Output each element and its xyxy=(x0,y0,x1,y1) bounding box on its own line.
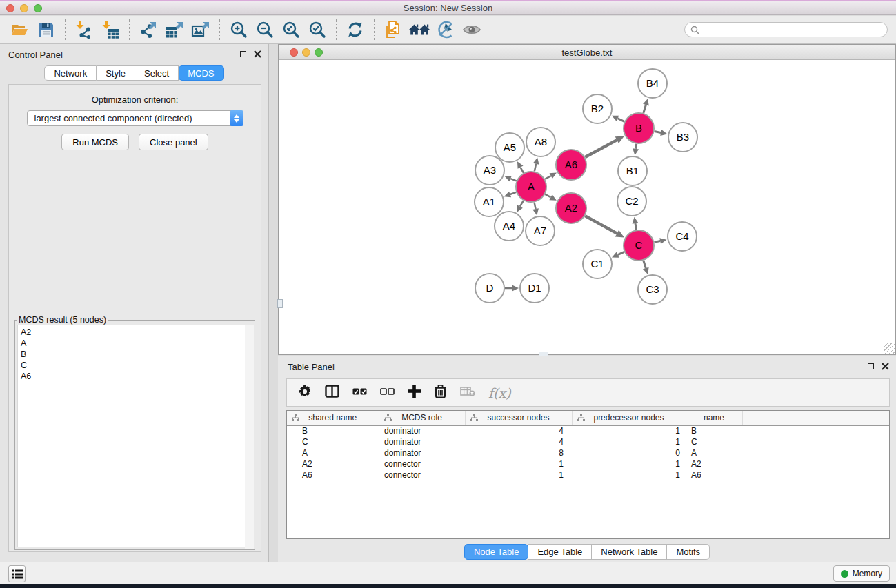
table-row[interactable]: A6connector11A6 xyxy=(287,469,889,480)
graph-node-B2[interactable]: B2 xyxy=(583,94,612,123)
cell-name[interactable]: C xyxy=(686,436,742,447)
graph-node-C1[interactable]: C1 xyxy=(583,250,612,278)
refresh-button[interactable] xyxy=(342,18,368,41)
zoom-in-button[interactable] xyxy=(226,18,252,41)
cell-successor-nodes[interactable]: 4 xyxy=(465,436,572,447)
cell-successor-nodes[interactable]: 1 xyxy=(465,469,572,480)
graph-edge-A-A4[interactable] xyxy=(517,201,523,212)
table-settings-button[interactable] xyxy=(298,385,312,401)
cell-MCDS-role[interactable]: dominator xyxy=(379,436,465,447)
graph-node-A3[interactable]: A3 xyxy=(475,156,504,185)
column-header-MCDS-role[interactable]: MCDS role xyxy=(379,411,465,425)
cell-MCDS-role[interactable]: connector xyxy=(379,458,465,469)
column-header-shared-name[interactable]: shared name xyxy=(287,411,379,425)
graph-edge-C-C3[interactable] xyxy=(643,261,649,274)
graph-node-A6[interactable]: A6 xyxy=(556,150,586,180)
graph-edge-C-C4[interactable] xyxy=(655,238,667,244)
select-all-button[interactable] xyxy=(352,387,367,399)
left-resize-handle[interactable] xyxy=(277,299,283,308)
float-table-panel-icon[interactable] xyxy=(868,363,874,369)
cell-MCDS-role[interactable]: dominator xyxy=(379,425,465,436)
cell-successor-nodes[interactable]: 1 xyxy=(465,458,572,469)
graph-node-A8[interactable]: A8 xyxy=(526,128,555,156)
graph-edge-B-B3[interactable] xyxy=(655,130,668,136)
cell-successor-nodes[interactable]: 4 xyxy=(465,425,572,436)
add-column-button[interactable] xyxy=(408,385,421,401)
cell-name[interactable]: B xyxy=(686,425,742,436)
cell-predecessor-nodes[interactable]: 1 xyxy=(572,458,686,469)
tab-mcds[interactable]: MCDS xyxy=(179,65,223,81)
graph-edge-B-B4[interactable] xyxy=(643,99,649,113)
graph-node-A2[interactable]: A2 xyxy=(556,193,586,223)
graph-node-C[interactable]: C xyxy=(624,230,654,261)
zoom-selected-button[interactable] xyxy=(304,18,330,41)
graph-node-C3[interactable]: C3 xyxy=(638,275,667,304)
cell-shared-name[interactable]: A6 xyxy=(287,469,379,480)
save-session-button[interactable] xyxy=(33,18,59,41)
table-row[interactable]: Cdominator41C xyxy=(287,436,889,447)
graph-node-B3[interactable]: B3 xyxy=(668,123,697,152)
export-image-button[interactable] xyxy=(188,18,214,41)
result-item[interactable]: A6 xyxy=(21,371,252,382)
graph-edge-A-A8[interactable] xyxy=(533,157,539,171)
graph-node-C2[interactable]: C2 xyxy=(617,187,646,216)
graph-node-D1[interactable]: D1 xyxy=(520,274,549,303)
task-history-button[interactable] xyxy=(8,565,26,582)
cell-shared-name[interactable]: A2 xyxy=(287,458,379,469)
criterion-dropdown[interactable]: largest connected component (directed) xyxy=(27,110,243,126)
graph-node-A1[interactable]: A1 xyxy=(475,187,504,216)
open-file-button[interactable] xyxy=(7,18,33,41)
graph-edge-A-A7[interactable] xyxy=(532,203,539,216)
graph-node-B1[interactable]: B1 xyxy=(618,156,647,185)
show-columns-button[interactable] xyxy=(325,385,339,401)
network-window-titlebar[interactable]: testGlobe.txt xyxy=(279,45,895,60)
graph-edge-A2-C[interactable] xyxy=(585,216,624,237)
cell-predecessor-nodes[interactable]: 0 xyxy=(572,447,686,458)
cell-shared-name[interactable]: C xyxy=(287,436,379,447)
hide-graphics-details-button[interactable] xyxy=(432,18,459,41)
import-network-button[interactable] xyxy=(71,18,97,41)
export-table-button[interactable] xyxy=(161,18,188,41)
graph-edge-A-A2[interactable] xyxy=(545,194,557,201)
graph-node-A7[interactable]: A7 xyxy=(526,216,555,245)
graph-edge-A-A6[interactable] xyxy=(545,173,557,179)
result-item[interactable]: A xyxy=(21,338,252,349)
node-table-container[interactable]: shared nameMCDS rolesuccessor nodesprede… xyxy=(286,410,890,539)
graph-edge-A-A1[interactable] xyxy=(504,192,517,197)
run-mcds-button[interactable]: Run MCDS xyxy=(61,134,129,150)
graph-edge-A-A3[interactable] xyxy=(504,176,516,181)
graph-node-C4[interactable]: C4 xyxy=(668,222,697,251)
tab-network[interactable]: Network xyxy=(44,65,97,81)
result-item[interactable]: C xyxy=(21,360,252,371)
cell-predecessor-nodes[interactable]: 1 xyxy=(572,425,686,436)
table-row[interactable]: Adominator80A xyxy=(287,447,889,458)
tab-motifs[interactable]: Motifs xyxy=(667,544,710,560)
network-canvas[interactable]: B4B2BB3A8A5A6B1A3AA1C2A2A4A7C4CC1DD1C3 xyxy=(279,60,895,354)
close-panel-button[interactable]: Close panel xyxy=(139,134,208,150)
cell-MCDS-role[interactable]: connector xyxy=(379,469,465,480)
tab-node-table[interactable]: Node Table xyxy=(464,544,529,560)
export-network-button[interactable] xyxy=(135,18,161,41)
graph-edge-A-A5[interactable] xyxy=(517,161,524,173)
graph-edge-B-B1[interactable] xyxy=(633,144,639,155)
column-header-name[interactable]: name xyxy=(686,411,742,425)
close-table-panel-icon[interactable] xyxy=(882,363,889,370)
clone-network-button[interactable] xyxy=(380,18,406,41)
cell-MCDS-role[interactable]: dominator xyxy=(379,447,465,458)
clear-selection-button[interactable] xyxy=(380,387,395,399)
cell-shared-name[interactable]: B xyxy=(287,425,379,436)
search-input[interactable] xyxy=(703,25,882,34)
graph-node-A[interactable]: A xyxy=(516,172,546,202)
delete-column-button[interactable] xyxy=(434,384,447,401)
graph-node-A4[interactable]: A4 xyxy=(495,212,524,241)
search-field[interactable] xyxy=(684,22,888,37)
column-header-successor-nodes[interactable]: successor nodes xyxy=(465,411,572,425)
float-panel-icon[interactable] xyxy=(240,51,246,57)
tab-style[interactable]: Style xyxy=(97,65,135,81)
show-hide-view-button[interactable] xyxy=(459,18,485,41)
cell-name[interactable]: A xyxy=(686,447,742,458)
result-scrollbar[interactable] xyxy=(245,325,254,549)
cell-predecessor-nodes[interactable]: 1 xyxy=(572,436,686,447)
graph-edge-B-B2[interactable] xyxy=(612,116,624,122)
cell-shared-name[interactable]: A xyxy=(287,447,379,458)
